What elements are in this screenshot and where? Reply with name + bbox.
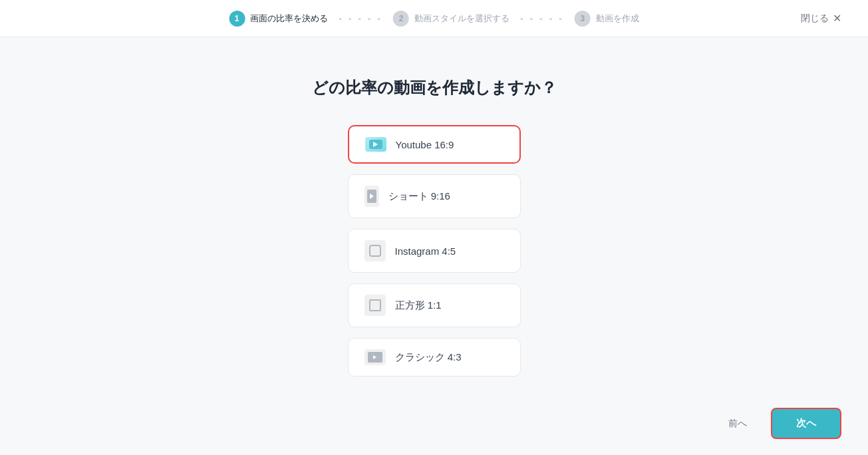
instagram-icon-wrapper xyxy=(364,240,386,261)
stepper: 1 画面の比率を決める - - - - - 2 動画スタイルを選択する - - … xyxy=(229,11,639,27)
instagram-icon xyxy=(369,245,381,257)
option-square-label: 正方形 1:1 xyxy=(395,299,442,312)
option-short[interactable]: ショート 9:16 xyxy=(348,174,521,218)
option-youtube[interactable]: Youtube 16:9 xyxy=(348,125,521,164)
step-3-circle: 3 xyxy=(575,11,591,27)
option-classic[interactable]: クラシック 4:3 xyxy=(348,338,521,377)
close-button[interactable]: 閉じる ✕ xyxy=(801,12,841,25)
classic-icon xyxy=(368,352,382,363)
option-square[interactable]: 正方形 1:1 xyxy=(348,283,521,327)
short-icon-wrapper xyxy=(364,186,379,207)
step-1: 1 画面の比率を決める xyxy=(229,11,328,27)
step-2-label: 動画スタイルを選択する xyxy=(414,13,509,25)
option-short-label: ショート 9:16 xyxy=(388,190,450,203)
option-classic-label: クラシック 4:3 xyxy=(395,351,462,364)
youtube-icon xyxy=(369,140,382,149)
step-3-label: 動画を作成 xyxy=(596,13,639,25)
step-2-circle: 2 xyxy=(393,11,409,27)
step-1-label: 画面の比率を決める xyxy=(250,13,328,25)
step-dots-2: - - - - - xyxy=(520,13,564,24)
short-icon xyxy=(367,190,376,203)
classic-icon-wrapper xyxy=(364,349,386,365)
options-list: Youtube 16:9 ショート 9:16 Instagram 4:5 正方形… xyxy=(348,125,521,377)
page-title: どの比率の動画を作成しますか？ xyxy=(312,77,557,98)
youtube-icon-wrapper xyxy=(365,137,386,152)
next-button[interactable]: 次へ xyxy=(771,408,841,439)
main-content: どの比率の動画を作成しますか？ Youtube 16:9 ショート 9:16 I… xyxy=(0,37,868,377)
option-instagram[interactable]: Instagram 4:5 xyxy=(348,229,521,273)
square-icon xyxy=(369,299,381,311)
step-1-circle: 1 xyxy=(229,11,245,27)
header: 1 画面の比率を決める - - - - - 2 動画スタイルを選択する - - … xyxy=(0,0,868,37)
step-2: 2 動画スタイルを選択する xyxy=(393,11,509,27)
option-instagram-label: Instagram 4:5 xyxy=(395,245,456,257)
square-icon-wrapper xyxy=(364,295,386,316)
close-icon: ✕ xyxy=(833,12,841,25)
step-3: 3 動画を作成 xyxy=(575,11,639,27)
prev-button[interactable]: 前へ xyxy=(715,411,760,436)
step-dots-1: - - - - - xyxy=(339,13,382,24)
footer: 前へ 次へ xyxy=(715,408,841,439)
option-youtube-label: Youtube 16:9 xyxy=(396,139,454,150)
